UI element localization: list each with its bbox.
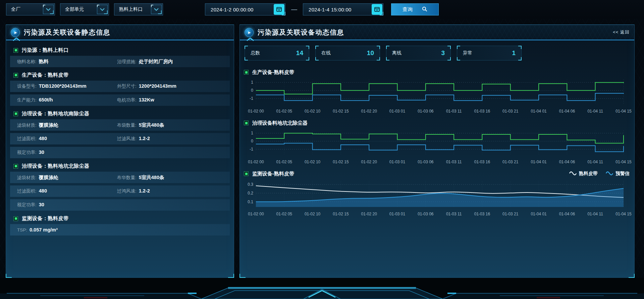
stat-value: 1	[512, 49, 516, 57]
charts-container: 生产设备-熟料皮带10-101-02 0001-02 0501-02 1001-…	[244, 68, 630, 217]
corner-bracket-decoration	[245, 57, 248, 60]
x-axis-tick-label: 01-03 06	[418, 160, 433, 164]
x-axis-tick-label: 01-03 11	[446, 160, 462, 164]
start-datetime-field[interactable]: 2024-1-2 00:00:00	[205, 3, 285, 15]
select-pollution-source[interactable]: 熟料上料口	[114, 3, 163, 15]
info-pair: 物料名称:熟料	[17, 58, 117, 65]
legend-item[interactable]: 预警信	[606, 171, 630, 177]
query-button[interactable]: 查询	[391, 3, 439, 15]
info-pair: 过滤风速:1.2-2	[117, 136, 150, 142]
stat-label: 总数	[251, 50, 260, 56]
x-axis-tick-label: 01-02 05	[276, 160, 292, 164]
back-link[interactable]: << 返回	[613, 29, 630, 35]
stat-value: 10	[367, 49, 374, 57]
stat-card: 总数14	[245, 46, 309, 60]
info-pair: TSP:0.057 mg/m³	[17, 227, 117, 232]
section-header: 污染源：熟料上料口	[10, 45, 230, 56]
x-axis-labels: 01-02 0001-02 0501-02 1001-02 1501-02 20…	[244, 159, 627, 165]
info-value: 5室共480条	[139, 122, 164, 128]
end-datetime-field[interactable]: 2024-1-4 15:00:00	[303, 3, 383, 15]
info-pair: 布袋数量:5室共480条	[117, 122, 164, 128]
static-info-body: 污染源：熟料上料口物料名称:熟料治理措施:处于封闭厂房内生产设备：熟料皮带设备型…	[6, 40, 234, 236]
x-axis-tick-label: 01-02 10	[305, 212, 320, 216]
x-axis-tick-label: 01-02 20	[361, 212, 377, 216]
corner-bracket-decoration	[457, 46, 460, 49]
section-header-label: 生产设备：熟料皮带	[22, 72, 69, 78]
corner-bracket-decoration	[518, 46, 522, 49]
info-pair: 滤袋材质:覆膜涤纶	[17, 122, 117, 128]
legend-label: 熟料皮带	[579, 171, 598, 177]
x-axis-tick-label: 01-03 21	[502, 160, 518, 164]
x-axis-tick-label: 01-02 00	[248, 109, 264, 114]
corner-bracket-decoration	[306, 57, 309, 60]
static-info-header: ▶ 污染源及关联设备静态信息	[6, 25, 234, 40]
calendar-icon[interactable]	[372, 4, 382, 15]
info-value: 30	[39, 202, 44, 207]
section-header: 治理设备：熟料地坑北除尘器	[10, 161, 230, 172]
info-label: 额定功率:	[17, 202, 37, 208]
info-value: 处于封闭厂房内	[139, 58, 173, 65]
calendar-icon[interactable]	[274, 4, 284, 15]
corner-bracket-decoration	[447, 46, 451, 49]
corner-bracket-decoration	[377, 46, 380, 49]
info-pair: 过滤面积:480	[17, 188, 117, 194]
legend-line-icon	[569, 171, 577, 176]
green-square-bullet-icon	[244, 70, 249, 75]
info-label: 生产能力:	[17, 97, 37, 103]
x-axis-tick-label: 01-03 01	[389, 160, 405, 164]
info-value: 覆膜涤纶	[39, 174, 58, 181]
svg-text:1: 1	[251, 80, 253, 85]
x-axis-tick-label: 01-04 15	[615, 160, 631, 164]
info-label: TSP:	[17, 227, 27, 232]
info-value: TDB1200*204143mm	[39, 83, 87, 89]
svg-text:0.1: 0.1	[248, 200, 253, 204]
green-square-bullet-icon	[13, 48, 18, 53]
x-axis-tick-label: 01-04 15	[615, 109, 631, 114]
bottom-hud-decoration	[0, 278, 644, 299]
stat-label: 在线	[321, 50, 331, 56]
info-value: 1200*204143mm	[139, 83, 176, 89]
dynamic-info-panel: ▶ 污染源及关联设备动态信息 << 返回 总数14在线10离线3异常1 生产设备…	[239, 25, 635, 278]
info-label: 电机功率:	[117, 97, 137, 103]
info-pair: 外型尺寸:1200*204143mm	[117, 83, 176, 89]
x-axis-tick-label: 01-03 16	[474, 160, 490, 164]
info-pair: 过鸿风速:1.2-2	[117, 188, 150, 194]
section-header-label: 治理设备：熟料地坑南除尘器	[22, 111, 90, 117]
x-axis-tick-label: 01-04 11	[587, 109, 603, 114]
info-row: TSP:0.057 mg/m³	[10, 224, 230, 236]
info-label: 额定功率:	[17, 150, 37, 156]
info-value: 480	[39, 188, 47, 194]
date-range-separator: —	[290, 6, 298, 13]
play-badge-icon: ▶	[245, 28, 254, 37]
info-label: 治理措施:	[117, 59, 137, 65]
corner-bracket-decoration	[306, 46, 309, 49]
static-info-title: 污染源及关联设备静态信息	[24, 28, 110, 37]
info-value: 650t/h	[39, 97, 53, 102]
info-value: 熟料	[39, 58, 49, 65]
info-row: 物料名称:熟料治理措施:处于封闭厂房内	[10, 56, 230, 67]
green-square-bullet-icon	[13, 73, 18, 78]
stat-card: 异常1	[457, 46, 522, 60]
chart-plot-2: 10-1	[244, 128, 627, 157]
x-axis-tick-label: 01-02 20	[361, 109, 377, 114]
info-label: 物料名称:	[17, 59, 37, 65]
section-header: 监测设备：熟料皮带	[10, 213, 230, 224]
x-axis-tick-label: 01-04 01	[531, 212, 546, 216]
stats-row: 总数14在线10离线3异常1	[245, 46, 630, 60]
legend-item[interactable]: 熟料皮带	[569, 171, 598, 177]
chart-title-label: 治理设备料地坑北除尘器	[252, 120, 308, 126]
x-axis-tick-label: 01-04 11	[587, 160, 603, 164]
select-plant[interactable]: 全厂	[6, 3, 55, 15]
info-pair: 布华数量:5室共480条	[117, 174, 164, 181]
stat-card: 离线3	[386, 46, 451, 60]
chart-block-2: 治理设备料地坑北除尘器10-101-02 0001-02 0501-02 100…	[244, 119, 630, 165]
corner-bracket-decoration	[245, 46, 248, 49]
chart-plot-3: 0.30.20.1	[244, 179, 627, 209]
select-unit[interactable]: 全部单元	[60, 3, 109, 15]
header-notch-decoration	[13, 36, 20, 42]
info-label: 布袋数量:	[117, 122, 137, 128]
section-header: 生产设备：熟料皮带	[10, 70, 230, 81]
corner-bracket-decoration	[315, 57, 319, 60]
x-axis-tick-label: 01-04 06	[559, 212, 575, 216]
x-axis-tick-label: 01-02 15	[333, 212, 348, 216]
